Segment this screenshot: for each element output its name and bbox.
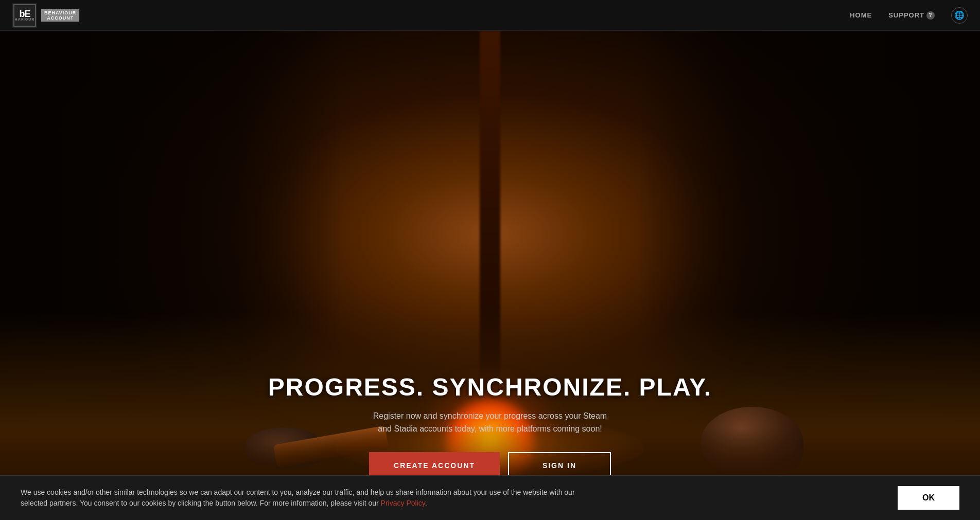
account-logo-top: BEHAVIOUR — [44, 10, 76, 15]
cookie-banner: We use cookies and/or other similar tech… — [0, 475, 980, 520]
be-logo[interactable]: bE HAVIOUR — [12, 3, 37, 28]
privacy-policy-link[interactable]: Privacy Policy — [381, 499, 425, 507]
language-selector-icon[interactable]: 🌐 — [951, 7, 968, 24]
globe-icon-glyph: 🌐 — [954, 10, 965, 20]
cookie-text-after: . — [425, 499, 427, 507]
hero-title: PROGRESS. SYNCHRONIZE. PLAY. — [268, 373, 712, 401]
nav-support-label: SUPPORT — [888, 11, 924, 19]
support-badge: ? — [926, 11, 935, 20]
nav-home-link[interactable]: HOME — [850, 11, 872, 19]
navbar: bE HAVIOUR BEHAVIOUR ACCOUNT HOME SUPPOR… — [0, 0, 980, 31]
account-logo-bottom: ACCOUNT — [47, 15, 74, 21]
nav-home-label: HOME — [850, 11, 872, 19]
hero-subtitle: Register now and synchronize your progre… — [366, 409, 614, 436]
hero-content: PROGRESS. SYNCHRONIZE. PLAY. Register no… — [268, 373, 712, 479]
cookie-text: We use cookies and/or other similar tech… — [21, 487, 587, 509]
be-logo-sub: HAVIOUR — [15, 17, 35, 21]
cookie-ok-button[interactable]: OK — [898, 486, 959, 510]
nav-support-link[interactable]: SUPPORT ? — [888, 11, 935, 20]
navbar-right: HOME SUPPORT ? 🌐 — [850, 7, 968, 24]
cookie-text-before: We use cookies and/or other similar tech… — [21, 488, 575, 507]
navbar-logo-area: bE HAVIOUR BEHAVIOUR ACCOUNT — [12, 3, 79, 28]
hero-section: PROGRESS. SYNCHRONIZE. PLAY. Register no… — [0, 0, 980, 520]
account-logo[interactable]: BEHAVIOUR ACCOUNT — [41, 9, 79, 22]
